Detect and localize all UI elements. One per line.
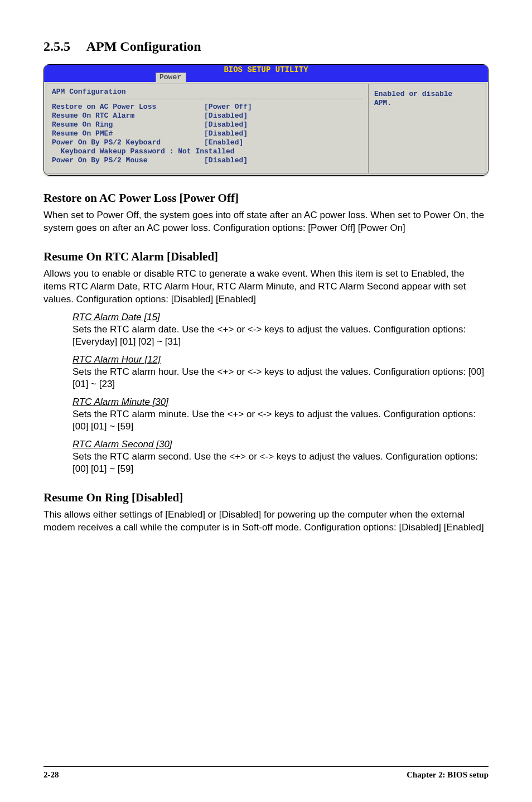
paragraph: This allows either settings of [Enabled]… bbox=[43, 508, 489, 534]
bios-body: APM Configuration Restore on AC Power Lo… bbox=[44, 82, 488, 175]
section-number: 2.5.5 bbox=[43, 39, 70, 54]
section-heading: 2.5.5 APM Configuration bbox=[43, 39, 489, 54]
sub-item: RTC Alarm Date [15] Sets the RTC alarm d… bbox=[72, 311, 489, 348]
sub-item-title: RTC Alarm Minute [30] bbox=[72, 396, 489, 408]
bios-help-text: Enabled or disable APM. bbox=[374, 90, 480, 108]
sub-item: RTC Alarm Hour [12] Sets the RTC alarm h… bbox=[72, 354, 489, 390]
sub-item: RTC Alarm Second [30] Sets the RTC alarm… bbox=[72, 438, 489, 475]
paragraph: When set to Power Off, the system goes i… bbox=[43, 209, 489, 234]
sub-item: RTC Alarm Minute [30] Sets the RTC alarm… bbox=[72, 396, 489, 433]
bios-screenshot: BIOS SETUP UTILITY Power APM Configurati… bbox=[43, 64, 489, 176]
page-footer: 2-28 Chapter 2: BIOS setup bbox=[43, 766, 489, 780]
sub-item-body: Sets the RTC alarm date. Use the <+> or … bbox=[72, 323, 489, 348]
bios-help-panel: Enabled or disable APM. bbox=[368, 84, 486, 173]
bios-header: BIOS SETUP UTILITY Power bbox=[44, 65, 488, 82]
bios-panel-title: APM Configuration bbox=[52, 88, 362, 99]
sub-item-body: Sets the RTC alarm hour. Use the <+> or … bbox=[72, 366, 489, 390]
sub-item-title: RTC Alarm Hour [12] bbox=[72, 354, 489, 366]
subheading-resume-ring: Resume On Ring [Disabled] bbox=[43, 491, 489, 505]
subheading-restore-ac: Restore on AC Power Loss [Power Off] bbox=[43, 191, 489, 205]
bios-left-panel: APM Configuration Restore on AC Power Lo… bbox=[46, 84, 368, 173]
sub-item-title: RTC Alarm Second [30] bbox=[72, 438, 489, 451]
bios-header-title: BIOS SETUP UTILITY bbox=[224, 65, 308, 74]
bios-settings-list: Restore on AC Power Loss [Power Off] Res… bbox=[52, 103, 362, 165]
bios-tab-power: Power bbox=[156, 73, 186, 82]
sub-item-title: RTC Alarm Date [15] bbox=[72, 311, 489, 323]
chapter-label: Chapter 2: BIOS setup bbox=[407, 770, 489, 780]
sub-item-body: Sets the RTC alarm second. Use the <+> o… bbox=[72, 451, 489, 475]
sub-item-body: Sets the RTC alarm minute. Use the <+> o… bbox=[72, 408, 489, 433]
paragraph: Allows you to enable or disable RTC to g… bbox=[43, 267, 489, 306]
subheading-resume-rtc: Resume On RTC Alarm [Disabled] bbox=[43, 250, 489, 264]
section-title: APM Configuration bbox=[86, 39, 201, 54]
page-number: 2-28 bbox=[43, 770, 59, 780]
